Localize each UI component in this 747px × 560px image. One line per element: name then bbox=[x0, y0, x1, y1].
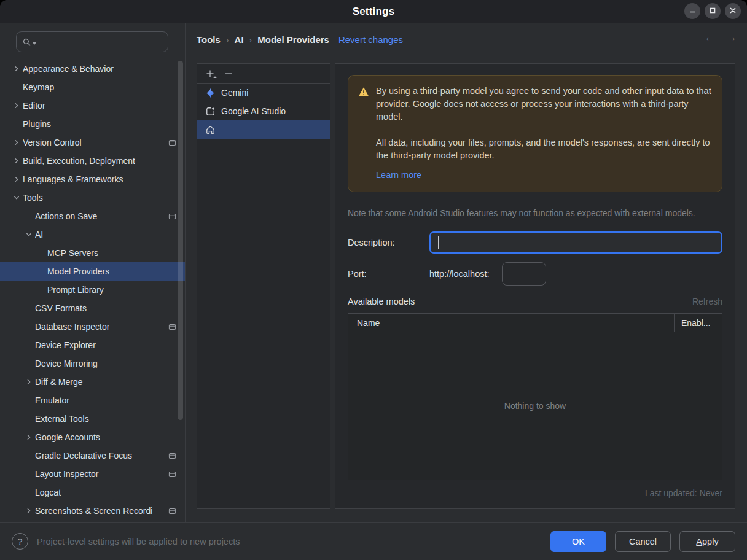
chevron-right-icon[interactable] bbox=[22, 432, 35, 442]
sidebar-item-label: Device Mirroring bbox=[35, 359, 98, 368]
sidebar-item-device-explorer[interactable]: Device Explorer bbox=[0, 336, 185, 354]
chevron-right-icon[interactable] bbox=[10, 64, 23, 74]
sidebar-item-label: AI bbox=[35, 230, 43, 239]
models-table: Name Enabl... Nothing to show bbox=[348, 313, 722, 480]
breadcrumb-ai[interactable]: AI bbox=[235, 34, 244, 45]
chevron-right-icon[interactable] bbox=[10, 174, 23, 184]
configurable-card-icon bbox=[165, 323, 176, 331]
provider-toolbar bbox=[197, 64, 330, 84]
gemini-icon bbox=[205, 88, 216, 98]
learn-more-link[interactable]: Learn more bbox=[376, 169, 421, 182]
sidebar-item-prompt-library[interactable]: Prompt Library bbox=[0, 281, 185, 299]
warning-paragraph-2: All data, including your files, prompts,… bbox=[376, 136, 712, 162]
external-models-note: Note that some Android Studio features m… bbox=[348, 208, 722, 218]
maximize-button[interactable] bbox=[705, 3, 721, 19]
description-input[interactable] bbox=[429, 231, 722, 254]
sidebar-item-ai[interactable]: AI bbox=[0, 225, 185, 244]
chevron-right-icon[interactable] bbox=[22, 377, 35, 387]
sidebar-item-appearance-behavior[interactable]: Appearance & Behavior bbox=[0, 60, 185, 78]
sidebar-item-external-tools[interactable]: External Tools bbox=[0, 410, 185, 428]
forward-icon[interactable]: → bbox=[725, 31, 737, 43]
sidebar-item-keymap[interactable]: Keymap bbox=[0, 78, 185, 96]
settings-dialog: Settings Tools › AI › Model Providers Re… bbox=[0, 0, 747, 560]
chevron-spacer bbox=[22, 340, 35, 350]
provider-item-gemini[interactable]: Gemini bbox=[197, 84, 330, 102]
models-table-header: Name Enabl... bbox=[348, 314, 722, 332]
sidebar-scrollbar[interactable] bbox=[178, 61, 183, 420]
apply-button[interactable]: Apply bbox=[679, 531, 735, 552]
add-provider-button[interactable] bbox=[202, 66, 218, 81]
cancel-button[interactable]: Cancel bbox=[615, 531, 671, 552]
available-models-row: Available models Refresh bbox=[348, 297, 722, 306]
close-button[interactable] bbox=[725, 3, 741, 19]
provider-item-local-provider[interactable] bbox=[197, 120, 330, 139]
window-title: Settings bbox=[353, 6, 395, 18]
chevron-spacer bbox=[22, 469, 35, 479]
help-icon[interactable]: ? bbox=[12, 533, 28, 550]
sidebar-item-label: Database Inspector bbox=[35, 322, 109, 332]
sidebar-item-mcp-servers[interactable]: MCP Servers bbox=[0, 244, 185, 262]
column-header-enabled[interactable]: Enabl... bbox=[674, 314, 722, 332]
sidebar-item-label: Tools bbox=[23, 193, 43, 203]
chevron-spacer bbox=[22, 211, 35, 221]
warning-text: By using a third-party model you agree t… bbox=[376, 85, 712, 182]
sidebar-item-label: Emulator bbox=[35, 395, 69, 405]
sidebar-item-build-execution-deployment[interactable]: Build, Execution, Deployment bbox=[0, 152, 185, 170]
search-box[interactable] bbox=[16, 31, 168, 52]
provider-item-google-ai-studio[interactable]: Google AI Studio bbox=[197, 102, 330, 120]
minimize-icon bbox=[689, 7, 696, 16]
search-input[interactable] bbox=[37, 37, 162, 47]
sidebar-item-label: Gradle Declarative Focus bbox=[35, 451, 132, 461]
chevron-spacer bbox=[34, 266, 47, 276]
description-input-wrap bbox=[429, 231, 722, 254]
breadcrumb-tools[interactable]: Tools bbox=[197, 34, 221, 45]
chevron-down-icon[interactable] bbox=[22, 230, 35, 239]
sidebar-item-screenshots-screen-recordi[interactable]: Screenshots & Screen Recordi bbox=[0, 502, 185, 520]
sidebar-item-label: Keymap bbox=[23, 82, 54, 92]
chevron-down-icon[interactable] bbox=[10, 193, 23, 203]
sidebar-item-version-control[interactable]: Version Control bbox=[0, 133, 185, 152]
sidebar-item-diff-merge[interactable]: Diff & Merge bbox=[0, 373, 185, 391]
configurable-card-icon bbox=[165, 452, 176, 460]
chevron-right-icon[interactable] bbox=[22, 506, 35, 516]
port-input[interactable] bbox=[502, 262, 546, 286]
sidebar-item-csv-formats[interactable]: CSV Formats bbox=[0, 299, 185, 317]
sidebar-item-model-providers[interactable]: Model Providers bbox=[0, 262, 185, 281]
provider-item-label: Gemini bbox=[221, 88, 248, 98]
breadcrumb-separator: › bbox=[226, 35, 229, 45]
sidebar-item-gradle-declarative-focus[interactable]: Gradle Declarative Focus bbox=[0, 446, 185, 465]
sidebar-item-editor[interactable]: Editor bbox=[0, 96, 185, 115]
sidebar-item-device-mirroring[interactable]: Device Mirroring bbox=[0, 354, 185, 373]
title-bar: Settings bbox=[0, 0, 747, 23]
sidebar-item-tools[interactable]: Tools bbox=[0, 189, 185, 207]
sidebar-item-emulator[interactable]: Emulator bbox=[0, 391, 185, 410]
sidebar-item-google-accounts[interactable]: Google Accounts bbox=[0, 428, 185, 446]
ok-button[interactable]: OK bbox=[550, 531, 606, 552]
refresh-button[interactable]: Refresh bbox=[692, 297, 722, 306]
chevron-spacer bbox=[22, 488, 35, 497]
sidebar-item-plugins[interactable]: Plugins bbox=[0, 115, 185, 133]
sidebar-item-logcat[interactable]: Logcat bbox=[0, 483, 185, 502]
chevron-spacer bbox=[34, 285, 47, 295]
remove-provider-button[interactable] bbox=[221, 66, 237, 81]
chevron-right-icon[interactable] bbox=[10, 138, 23, 147]
column-header-name[interactable]: Name bbox=[348, 314, 674, 332]
sidebar-item-actions-on-save[interactable]: Actions on Save bbox=[0, 207, 185, 225]
chevron-right-icon[interactable] bbox=[10, 156, 23, 166]
settings-sidebar: Appearance & BehaviorKeymapEditorPlugins… bbox=[0, 23, 186, 522]
back-icon[interactable]: ← bbox=[704, 31, 716, 43]
sidebar-item-layout-inspector[interactable]: Layout Inspector bbox=[0, 465, 185, 483]
breadcrumb-model-providers[interactable]: Model Providers bbox=[257, 34, 329, 45]
sidebar-item-label: Prompt Library bbox=[47, 285, 104, 295]
available-models-label: Available models bbox=[348, 297, 415, 306]
sidebar-item-languages-frameworks[interactable]: Languages & Frameworks bbox=[0, 170, 185, 189]
models-table-body: Nothing to show bbox=[348, 332, 722, 480]
chevron-right-icon[interactable] bbox=[10, 101, 23, 111]
sidebar-item-database-inspector[interactable]: Database Inspector bbox=[0, 317, 185, 336]
revert-changes-link[interactable]: Revert changes bbox=[338, 34, 403, 45]
minimize-button[interactable] bbox=[684, 3, 700, 19]
warning-triangle-icon bbox=[358, 87, 369, 182]
localhost-prefix: http://localhost: bbox=[429, 269, 490, 279]
sidebar-item-label: External Tools bbox=[35, 414, 89, 424]
ai-studio-icon bbox=[205, 106, 216, 117]
